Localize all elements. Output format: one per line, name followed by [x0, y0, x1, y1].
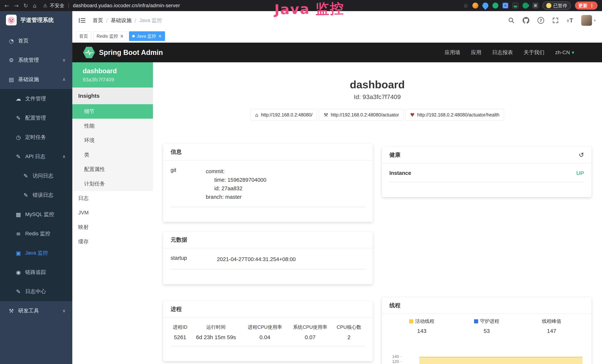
font-size-icon[interactable]: TT	[567, 17, 573, 24]
fullscreen-icon[interactable]	[552, 17, 559, 23]
active-dot	[132, 35, 135, 37]
extension-icon[interactable]	[481, 1, 489, 10]
question-glyph: ?	[538, 17, 544, 24]
sidebar-item-access-logs[interactable]: ✎ 访问日志	[0, 166, 72, 185]
update-button[interactable]: 更新 ⋮	[575, 1, 598, 10]
breadcrumb-home[interactable]: 首页	[93, 17, 103, 24]
paused-badge[interactable]: 已暂停	[542, 1, 571, 10]
instance-id-line: Id: 93a3fc7f7409	[163, 93, 591, 100]
sba-menu-logs[interactable]: 日志	[72, 191, 153, 205]
sba-nav-journal[interactable]: 日志报表	[492, 49, 513, 56]
instance-name: dashboard	[83, 67, 153, 75]
extension-icon[interactable]	[502, 3, 508, 9]
admin-sidebar: 芋道管理系统 ◔ 首页 ⚙ 系统管理 ∨ ▤ 基础设施 ∧ ☁ 文件管理 ✎	[0, 11, 72, 364]
sidebar-item-redis-monitor[interactable]: ≡ Redis 监控	[0, 224, 72, 243]
extension-icon[interactable]	[473, 3, 478, 9]
sba-instance-header[interactable]: dashboard 93a3fc7f7409	[72, 62, 153, 87]
github-icon[interactable]	[523, 17, 529, 24]
sidebar-item-java-monitor[interactable]: ▣ Java 监控	[0, 243, 72, 263]
y-axis-tick: 140	[389, 354, 402, 359]
sba-language-value: zh-CN	[555, 50, 570, 55]
security-label: 不安全	[50, 2, 64, 9]
sba-nav-wallboard[interactable]: 应用墙	[445, 49, 460, 56]
instance-id: 93a3fc7f7409	[83, 77, 153, 83]
sba-menu-jvm[interactable]: JVM	[72, 205, 153, 220]
sidebar-item-home[interactable]: ◔ 首页	[0, 31, 72, 50]
edit-icon: ✎	[14, 153, 22, 160]
extension-icon[interactable]	[521, 1, 529, 10]
close-icon[interactable]: ×	[120, 34, 124, 38]
url-divider	[68, 3, 69, 8]
home-icon[interactable]: ⌂	[33, 2, 36, 9]
sidebar-item-system[interactable]: ⚙ 系统管理 ∨	[0, 50, 72, 70]
chevron-up-icon: ∧	[62, 154, 66, 159]
sba-language-select[interactable]: zh-CN ▾	[555, 50, 574, 55]
legend-value: 147	[519, 328, 584, 334]
sba-menu-classes[interactable]: 类	[72, 148, 153, 162]
card-title: 进程	[171, 305, 182, 313]
instance-link-home[interactable]: ⌂ http://192.168.0.2:48080/	[250, 109, 317, 120]
sidebar-item-file-management[interactable]: ☁ 文件管理	[0, 89, 72, 108]
sidebar-item-label: 基础设施	[18, 76, 39, 83]
sba-menu-config-props[interactable]: 配置属性	[72, 162, 153, 177]
breadcrumb-infrastructure[interactable]: 基础设施	[111, 17, 131, 24]
history-icon[interactable]: ↺	[579, 151, 584, 159]
help-icon[interactable]: ?	[538, 17, 544, 24]
sidebar-item-devtools[interactable]: ⚒ 研发工具 ∨	[0, 301, 72, 321]
metadata-card: 元数据 startup 2021-04-27T00:44:31.254+08:0…	[163, 232, 373, 284]
tag-redis-monitor[interactable]: Redis 监控 ×	[93, 31, 127, 41]
sba-brand-title: Spring Boot Admin	[99, 49, 163, 57]
sidebar-item-infrastructure[interactable]: ▤ 基础设施 ∧	[0, 70, 72, 89]
process-col-header: 运行时间	[190, 322, 242, 331]
home-icon: ⌂	[255, 112, 258, 118]
sidebar-item-mysql-monitor[interactable]: ▦ MySQL 监控	[0, 205, 72, 224]
extension-icon[interactable]	[493, 3, 498, 9]
sba-menu-metrics[interactable]: 性能	[72, 119, 153, 133]
brand[interactable]: 芋道管理系统	[0, 11, 72, 29]
extension-icon[interactable]	[512, 3, 518, 9]
sidebar-item-config-management[interactable]: ✎ 配置管理	[0, 108, 72, 128]
tag-home[interactable]: 首页	[76, 31, 91, 41]
sba-menu-scheduled-tasks[interactable]: 计划任务	[72, 177, 153, 191]
sba-nav-about[interactable]: 关于我们	[524, 49, 545, 56]
close-icon[interactable]: ×	[158, 34, 162, 38]
sba-menu-details[interactable]: 细节	[72, 104, 153, 119]
sidebar-item-error-logs[interactable]: ✎ 错误日志	[0, 185, 72, 205]
sidebar-item-label: 错误日志	[33, 192, 54, 199]
yellow-legend-swatch	[409, 319, 413, 323]
legend-value: 53	[454, 328, 519, 334]
sidebar-item-scheduled-tasks[interactable]: ◷ 定时任务	[0, 128, 72, 147]
avatar-image	[581, 15, 592, 26]
sidebar-item-trace[interactable]: ◉ 链路追踪	[0, 263, 72, 282]
process-col-header: 进程CPU使用率	[242, 322, 288, 331]
bookmark-star-icon[interactable]: ☆	[463, 2, 468, 9]
sidebar-item-label: 配置管理	[25, 114, 46, 121]
process-card: 进程 进程ID 运行时间 进程CPU使用率	[163, 301, 373, 361]
sidebar-item-label: 日志中心	[25, 288, 46, 295]
reload-icon[interactable]: ↻	[23, 2, 28, 9]
sba-menu-insights-section[interactable]: Insights	[72, 87, 153, 104]
clock-icon: ◷	[14, 134, 22, 140]
sba-menu-mappings[interactable]: 映射	[72, 220, 153, 234]
extension-icon[interactable]	[532, 3, 538, 9]
back-icon[interactable]: ←	[4, 2, 9, 9]
grid-icon: ▦	[14, 211, 22, 218]
address-bar[interactable]: ⚠ 不安全 dashboard.yudao.iocoder.cn/infra/a…	[43, 2, 180, 9]
sidebar-item-api-logs[interactable]: ✎ API 日志 ∧	[0, 147, 72, 166]
threads-card: 线程 活动线程 143 守护进程	[382, 297, 591, 364]
sba-menu-environment[interactable]: 环境	[72, 133, 153, 148]
search-icon[interactable]	[508, 17, 515, 23]
instance-link-actuator[interactable]: ⚒ http://192.168.0.2:48080/actuator	[319, 109, 404, 120]
tag-java-monitor[interactable]: Java 监控 ×	[129, 31, 165, 41]
live-threads-area	[419, 357, 582, 364]
sidebar-item-label: 文件管理	[25, 95, 46, 102]
legend-label: 线程峰值	[542, 318, 561, 324]
sidebar-item-log-center[interactable]: ✎ 日志中心	[0, 282, 72, 301]
instance-link-health[interactable]: ♥ http://192.168.0.2:48080/actuator/heal…	[406, 109, 504, 120]
user-avatar[interactable]: ▾	[581, 15, 596, 26]
sidebar-toggle-icon[interactable]	[79, 17, 86, 23]
sba-nav-applications[interactable]: 应用	[471, 49, 482, 56]
forward-icon[interactable]: →	[14, 2, 19, 9]
sidebar-item-label: 访问日志	[33, 172, 54, 179]
sba-menu-caches[interactable]: 缓存	[72, 234, 153, 249]
